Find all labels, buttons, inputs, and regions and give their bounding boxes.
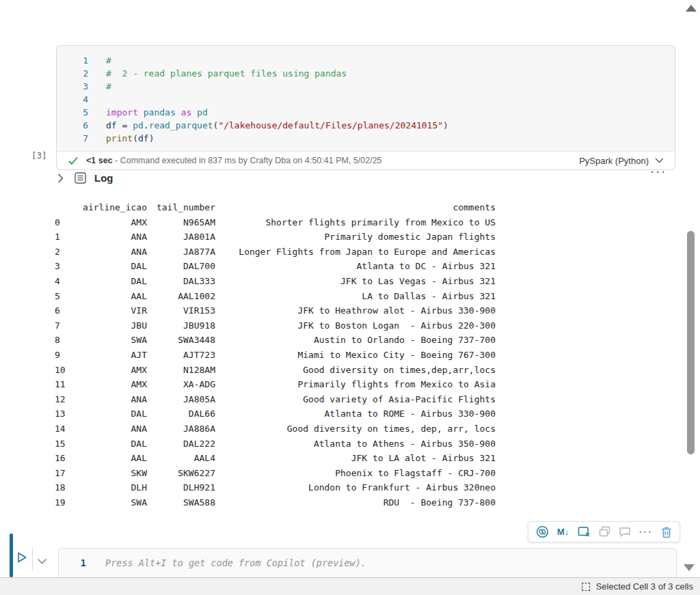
- code-editor[interactable]: 1#2# 2 - read planes parquet files using…: [57, 46, 675, 151]
- play-icon: [15, 551, 29, 564]
- clear-outputs-icon: [578, 526, 591, 538]
- log-expand-chevron-icon[interactable]: [57, 174, 64, 183]
- run-options-chevron-icon[interactable]: [37, 555, 47, 567]
- status-separator: -: [113, 156, 120, 165]
- output-table: airline_icaotail_numbercomments0AMXN965A…: [55, 200, 496, 510]
- table-row: 12ANAJA805AGood variety of Asia-Pacific …: [55, 392, 496, 407]
- copilot-placeholder-cell[interactable]: 1 Press Alt+I to get code from Copilot (…: [58, 548, 677, 577]
- markdown-icon: M↓: [557, 527, 569, 537]
- selected-cell-indicator: [10, 534, 13, 577]
- table-row: 14ANAJA886AGood diversity on times, dep,…: [55, 421, 496, 437]
- log-title: Log: [94, 172, 113, 184]
- copy-cell-button[interactable]: [599, 526, 610, 538]
- table-header-row: airline_icaotail_numbercomments: [55, 200, 496, 215]
- code-line: 3#: [57, 80, 675, 93]
- log-more-actions-button[interactable]: ···: [651, 166, 667, 178]
- copilot-placeholder-text: Press Alt+I to get code from Copilot (pr…: [105, 557, 366, 568]
- table-row: 18DLHDLH921London to Frankfurt - Airbus …: [55, 480, 496, 495]
- execution-duration: <1 sec: [86, 156, 113, 165]
- table-row: 5AALAAL1002LA to Dallas - Airbus 321: [55, 289, 496, 304]
- code-line: 5import pandas as pd: [57, 106, 675, 119]
- kernel-label: PySpark (Python): [579, 156, 649, 166]
- convert-to-markdown-button[interactable]: M↓: [557, 527, 569, 537]
- selected-cell-status: Selected Cell 3 of 3 cells: [596, 581, 693, 592]
- status-bar: Selected Cell 3 of 3 cells: [0, 577, 700, 595]
- code-line: 4: [57, 93, 675, 106]
- table-row: 0AMXN965AMShorter flights primarily from…: [55, 215, 496, 230]
- scrollbar-down-arrow-icon[interactable]: [684, 564, 695, 571]
- clear-outputs-button[interactable]: [578, 526, 591, 538]
- cell-status-bar: <1 sec - Command executed in 837 ms by C…: [57, 151, 675, 169]
- selection-icon: [582, 583, 590, 591]
- execution-count: [3]: [31, 150, 47, 161]
- chevron-down-icon: [655, 158, 664, 163]
- code-line: 1#: [57, 54, 675, 67]
- copilot-button[interactable]: [536, 525, 549, 538]
- toolbar-divider: [32, 547, 33, 570]
- table-row: 16AALAAL4JFK to LA alot - Airbus 321: [55, 451, 496, 466]
- table-row: 2ANAJA877ALonger Flights from Japan to E…: [55, 245, 496, 260]
- table-row: 11AMXXA-ADGPrimarily flights from Mexico…: [55, 377, 496, 392]
- table-row: 1ANAJA801APrimarily domestic Japan fligh…: [55, 230, 496, 245]
- table-row: 10AMXN128AMGood diversity on times,dep,a…: [55, 363, 496, 378]
- table-row: 4DALDAL333JFK to Las Vegas - Airbus 321: [55, 274, 496, 289]
- table-row: 6VIRVIR153JFK to Heathrow alot - Airbus …: [55, 303, 496, 318]
- more-actions-button[interactable]: ···: [639, 527, 653, 538]
- code-cell: 1#2# 2 - read planes parquet files using…: [56, 45, 675, 170]
- log-list-icon: [75, 172, 86, 184]
- execution-detail: Command executed in 837 ms by Crafty Dba…: [120, 156, 382, 165]
- table-row: 3DALDAL700Atlanta to DC - Airbus 321: [55, 259, 496, 274]
- delete-cell-button[interactable]: [661, 526, 672, 538]
- scrollbar-thumb[interactable]: [687, 231, 695, 454]
- success-check-icon: [68, 156, 78, 165]
- comment-button[interactable]: [619, 527, 631, 538]
- scrollbar-up-arrow-icon[interactable]: [686, 5, 697, 12]
- log-section-header: Log: [57, 172, 113, 184]
- cell-toolbar: M↓ ···: [528, 521, 680, 542]
- table-row: 17SKWSKW6227Phoenix to Flagstaff - CRJ-7…: [55, 466, 496, 481]
- table-row: 7JBUJBU918JFK to Boston Logan - Airbus 2…: [55, 318, 496, 333]
- code-line: 7print(df): [57, 132, 675, 145]
- trash-icon: [661, 526, 672, 538]
- table-row: 15DALDAL222Atlanta to Athens - Airbus 35…: [55, 437, 496, 452]
- copy-icon: [599, 526, 610, 538]
- table-row: 13DALDAL66Atlanta to ROME - Airbus 330-9…: [55, 406, 496, 421]
- comment-icon: [619, 527, 631, 538]
- table-row: 9AJTAJT723Miami to Mexico City - Boeing …: [55, 348, 496, 363]
- run-cell-button[interactable]: [15, 551, 29, 567]
- table-row: 19SWASWA588RDU - Boeing 737-800: [55, 495, 496, 510]
- code-line: 6df = pd.read_parquet("/lakehouse/defaul…: [57, 119, 675, 132]
- copilot-icon: [536, 525, 549, 538]
- code-line: 2# 2 - read planes parquet files using p…: [57, 67, 675, 80]
- line-number: 1: [59, 557, 86, 568]
- table-row: 8SWASWA3448Austin to Orlando - Boeing 73…: [55, 333, 496, 348]
